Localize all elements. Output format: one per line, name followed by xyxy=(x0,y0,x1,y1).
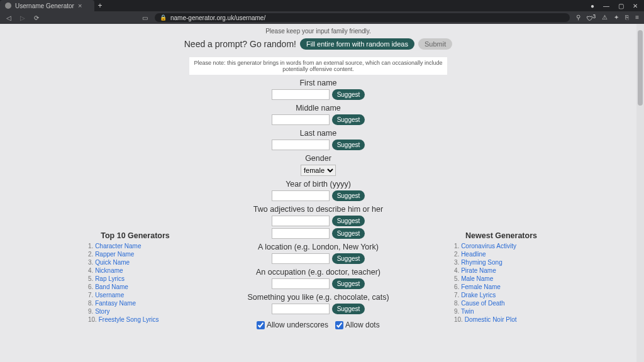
middle-name-suggest-button[interactable]: Suggest xyxy=(332,114,365,125)
back-icon[interactable]: ◁ xyxy=(5,14,13,21)
last-name-suggest-button[interactable]: Suggest xyxy=(332,140,365,150)
occupation-suggest-button[interactable]: Suggest xyxy=(332,278,365,289)
allow-underscores-option[interactable]: Allow underscores xyxy=(257,321,330,329)
list-number: 9. xyxy=(454,308,461,315)
allow-underscores-checkbox[interactable] xyxy=(257,321,265,329)
list-number: 5. xyxy=(454,275,461,282)
top10-item: 6. Band Name xyxy=(88,283,182,290)
allow-dots-checkbox[interactable] xyxy=(335,321,343,329)
device-icon[interactable]: ▭ xyxy=(141,14,148,21)
gender-select[interactable]: female xyxy=(301,165,336,176)
browser-tab[interactable]: Username Generator × xyxy=(0,0,94,11)
location-suggest-button[interactable]: Suggest xyxy=(332,253,365,264)
record-icon[interactable]: ● xyxy=(591,3,594,9)
newest-item: 3. Rhyming Song xyxy=(454,259,548,266)
forward-icon[interactable]: ▷ xyxy=(19,14,26,21)
gender-label: Gender xyxy=(186,154,450,163)
allow-dots-option[interactable]: Allow dots xyxy=(335,321,379,329)
top10-link[interactable]: Fantasy Name xyxy=(95,300,136,307)
top10-item: 5. Rap Lyrics xyxy=(88,275,182,282)
last-name-label: Last name xyxy=(186,129,450,138)
middle-name-input[interactable] xyxy=(272,114,330,125)
like-label: Something you like (e.g. chocolate, cats… xyxy=(186,293,450,302)
location-label: A location (e.g. London, New York) xyxy=(186,243,450,251)
minimize-icon[interactable]: — xyxy=(603,3,609,9)
location-input[interactable] xyxy=(272,253,330,264)
like-suggest-button[interactable]: Suggest xyxy=(332,304,365,314)
first-name-label: First name xyxy=(186,79,450,87)
newest-link[interactable]: Drake Lyrics xyxy=(461,292,496,299)
top10-link[interactable]: Rap Lyrics xyxy=(95,275,125,282)
newest-link[interactable]: Domestic Noir Plot xyxy=(465,316,517,323)
yob-label: Year of birth (yyyy) xyxy=(186,180,450,189)
top10-link[interactable]: Username xyxy=(95,292,124,299)
search-icon[interactable]: ⚲ xyxy=(576,14,580,21)
list-number: 1. xyxy=(88,243,95,250)
last-name-input[interactable] xyxy=(272,140,330,150)
scrollbar-track[interactable] xyxy=(636,24,644,362)
yob-input[interactable] xyxy=(272,190,330,201)
list-number: 9. xyxy=(88,308,95,315)
warn-icon[interactable]: ⚠ xyxy=(602,14,608,21)
username-form: First name Suggest Middle name Suggest L… xyxy=(186,79,450,329)
submit-button-top[interactable]: Submit xyxy=(418,38,452,50)
newest-link[interactable]: Pirate Name xyxy=(461,267,496,274)
new-tab-button[interactable]: + xyxy=(94,0,106,11)
close-window-icon[interactable]: ✕ xyxy=(633,3,638,9)
scrollbar-thumb[interactable] xyxy=(638,30,643,106)
family-friendly-hint: Please keep your input family friendly. xyxy=(0,24,636,35)
adjective2-input[interactable] xyxy=(272,228,330,239)
top10-link[interactable]: Band Name xyxy=(95,283,128,290)
adjective2-suggest-button[interactable]: Suggest xyxy=(332,228,365,239)
list-number: 5. xyxy=(88,275,95,282)
list-number: 2. xyxy=(88,251,95,258)
newest-item: 6. Female Name xyxy=(454,283,548,290)
page-viewport: Please keep your input family friendly. … xyxy=(0,24,644,362)
fill-random-button[interactable]: Fill entire form with random ideas xyxy=(300,38,414,50)
newest-link[interactable]: Coronavirus Activity xyxy=(461,243,516,250)
newest-item: 4. Pirate Name xyxy=(454,267,548,274)
reload-icon[interactable]: ⟳ xyxy=(33,14,40,21)
top10-link[interactable]: Character Name xyxy=(95,243,141,250)
menu-icon[interactable]: ≡ xyxy=(635,14,639,21)
first-name-input[interactable] xyxy=(272,89,330,100)
newest-item: 8. Cause of Death xyxy=(454,300,548,307)
top10-link[interactable]: Rapper Name xyxy=(95,251,134,258)
adjective1-suggest-button[interactable]: Suggest xyxy=(332,216,365,226)
occupation-label: An occupation (e.g. doctor, teacher) xyxy=(186,268,450,277)
adjective1-input[interactable] xyxy=(272,216,330,226)
top10-link[interactable]: Quick Name xyxy=(95,259,130,266)
extensions-badge[interactable]: 🛡3 xyxy=(587,13,596,22)
options-row: Allow underscores Allow dots xyxy=(186,321,450,329)
address-bar[interactable]: 🔒 name-generator.org.uk/username/ xyxy=(155,13,570,22)
newest-link[interactable]: Female Name xyxy=(461,283,501,290)
newest-link[interactable]: Headline xyxy=(461,251,486,258)
newest-link[interactable]: Cause of Death xyxy=(461,300,505,307)
newest-link[interactable]: Rhyming Song xyxy=(461,259,502,266)
list-number: 4. xyxy=(88,267,95,274)
maximize-icon[interactable]: ▢ xyxy=(618,3,624,9)
allow-dots-label: Allow dots xyxy=(345,321,380,329)
extensions-icon[interactable]: ✦ xyxy=(614,14,619,21)
like-input[interactable] xyxy=(272,304,330,314)
list-number: 3. xyxy=(454,259,461,266)
newest-item: 2. Headline xyxy=(454,251,548,258)
top10-link[interactable]: Nickname xyxy=(95,267,123,274)
top10-item: 2. Rapper Name xyxy=(88,251,182,258)
top10-list: 1. Character Name2. Rapper Name3. Quick … xyxy=(88,243,182,323)
occupation-input[interactable] xyxy=(272,278,330,289)
top10-sidebar: Top 10 Generators 1. Character Name2. Ra… xyxy=(88,231,182,324)
first-name-suggest-button[interactable]: Suggest xyxy=(332,89,365,100)
newest-item: 9. Twin xyxy=(454,308,548,315)
top10-link[interactable]: Story xyxy=(95,308,109,315)
top10-link[interactable]: Freestyle Song Lyrics xyxy=(99,316,159,323)
save-icon[interactable]: ⎘ xyxy=(625,14,629,21)
list-number: 8. xyxy=(454,300,461,307)
newest-link[interactable]: Male Name xyxy=(461,275,493,282)
browser-toolbar: ◁ ▷ ⟳ ▭ 🔒 name-generator.org.uk/username… xyxy=(0,11,644,24)
top10-item: 7. Username xyxy=(88,292,182,299)
newest-link[interactable]: Twin xyxy=(461,308,474,315)
allow-underscores-label: Allow underscores xyxy=(267,321,328,329)
yob-suggest-button[interactable]: Suggest xyxy=(332,190,365,201)
close-tab-icon[interactable]: × xyxy=(78,2,82,9)
